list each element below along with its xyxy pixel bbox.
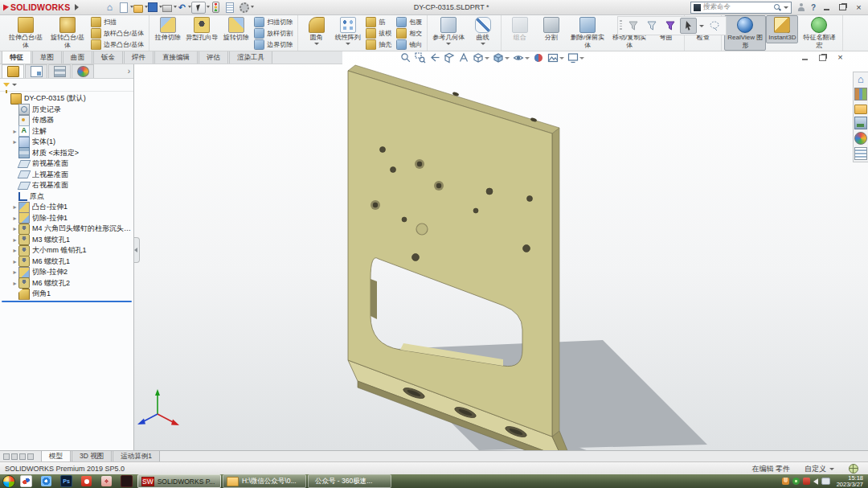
- dropdown-icon[interactable]: [314, 43, 319, 45]
- panel-tabs-expand-icon[interactable]: ›: [128, 67, 130, 76]
- save-icon[interactable]: [148, 2, 158, 12]
- tab-评估[interactable]: 评估: [199, 51, 228, 64]
- doc-tab-模型[interactable]: 模型: [41, 450, 71, 462]
- browser-window-taskbar-button[interactable]: 公众号 - 360极速...: [308, 474, 391, 488]
- pane-layout-icon[interactable]: [3, 453, 10, 460]
- ribbon-button-refgeo[interactable]: 参考几何体: [430, 15, 467, 47]
- expand-arrow-icon[interactable]: ▸: [11, 128, 18, 135]
- ribbon-button-boss[interactable]: 拉伸凸台/基体: [5, 15, 47, 51]
- tab-焊件[interactable]: 焊件: [124, 51, 154, 64]
- previous-view-icon[interactable]: [429, 52, 440, 64]
- display-style-icon[interactable]: [493, 52, 510, 64]
- tree-item[interactable]: ▸实体(1): [0, 137, 133, 148]
- ribbon-small-button[interactable]: 边界凸台/基体: [89, 39, 145, 50]
- ribbon-small-button[interactable]: 放样切割: [252, 27, 294, 39]
- tree-item[interactable]: ▸M6 螺纹孔1: [0, 256, 133, 268]
- ribbon-button-graycube[interactable]: 分割: [535, 15, 567, 43]
- dropdown-icon[interactable]: [481, 43, 485, 45]
- ribbon-small-button[interactable]: 镜向: [395, 39, 424, 50]
- ribbon-button-revolve[interactable]: 旋转凸台/基体: [47, 15, 88, 51]
- select-dropdown-icon[interactable]: [207, 6, 210, 8]
- window-minimize-button[interactable]: [821, 3, 832, 12]
- design-library-icon[interactable]: [854, 88, 867, 100]
- pane-layout-icon[interactable]: [27, 453, 34, 460]
- tree-item[interactable]: ▸M3 螺纹孔1: [0, 235, 133, 246]
- ribbon-button-holewiz[interactable]: 异型孔向导: [183, 15, 220, 43]
- tab-渲染工具[interactable]: 渲染工具: [229, 51, 272, 64]
- ribbon-button-curves[interactable]: 曲线: [467, 15, 498, 47]
- zoom-area-icon[interactable]: [415, 52, 426, 64]
- apply-scene-icon[interactable]: [547, 52, 564, 64]
- pane-layout-icon[interactable]: [19, 453, 26, 460]
- ribbon-button-realview[interactable]: RealView 图形: [724, 15, 766, 51]
- network-tray-icon[interactable]: [821, 478, 830, 485]
- panel-collapse-grip[interactable]: [133, 237, 140, 263]
- photoshop-app-button[interactable]: Ps: [57, 475, 76, 487]
- print-icon[interactable]: [162, 2, 172, 12]
- view-orientation-icon[interactable]: [473, 52, 489, 64]
- solidworks-window-taskbar-button[interactable]: SWSOLIDWORKS P...: [137, 474, 221, 488]
- fileprops-icon[interactable]: [225, 2, 235, 12]
- rollback-bar[interactable]: [2, 301, 132, 302]
- red-status-tray-icon[interactable]: [803, 478, 810, 485]
- open-icon[interactable]: [133, 2, 143, 12]
- tree-item[interactable]: ▸大小mm 锥销孔1: [0, 245, 133, 256]
- expand-arrow-icon[interactable]: ▸: [11, 247, 18, 254]
- lasso-select-icon[interactable]: [706, 18, 723, 34]
- dropdown-icon[interactable]: [346, 43, 350, 45]
- molecule-app-button[interactable]: [17, 475, 35, 487]
- solidworks-resources-icon[interactable]: ⌂: [855, 74, 866, 85]
- ribbon-button-pattern[interactable]: 线性阵列: [332, 15, 363, 47]
- ribbon-small-button[interactable]: 拔模: [364, 27, 393, 39]
- panel-tab-propertymanager[interactable]: [25, 64, 47, 78]
- tree-item[interactable]: 传感器: [0, 115, 133, 126]
- dark-red-app-button[interactable]: [117, 475, 136, 487]
- tree-item[interactable]: 原点: [0, 191, 133, 203]
- new-icon[interactable]: [119, 2, 129, 12]
- hide-show-items-icon[interactable]: [513, 52, 530, 64]
- tree-filter-row[interactable]: [0, 79, 133, 92]
- tab-草图[interactable]: 草图: [32, 51, 62, 64]
- undo-icon[interactable]: ↶: [177, 2, 186, 12]
- select-icon[interactable]: [191, 2, 206, 14]
- filter-funnel-icon[interactable]: [643, 18, 660, 34]
- appearances-icon[interactable]: [854, 132, 867, 145]
- tree-item[interactable]: DY-CP-0315 (默认): [0, 93, 133, 105]
- ribbon-small-button[interactable]: 抽壳: [364, 39, 393, 50]
- menu-flyout-icon[interactable]: [75, 4, 79, 10]
- options-dropdown-icon[interactable]: [251, 6, 254, 8]
- home-icon[interactable]: ⌂: [104, 2, 114, 12]
- ribbon-button-cut[interactable]: 拉伸切除: [152, 15, 183, 43]
- tree-item[interactable]: 历史记录: [0, 105, 133, 116]
- window-restore-button[interactable]: [837, 3, 848, 12]
- search-icon[interactable]: [774, 4, 781, 11]
- expand-arrow-icon[interactable]: ▸: [11, 236, 18, 244]
- tree-item[interactable]: ▸M4 六角凹头螺钉的柱形沉头孔1: [0, 223, 133, 235]
- dropdown-icon[interactable]: [579, 57, 584, 59]
- expand-arrow-icon[interactable]: ▸: [11, 280, 18, 287]
- search-dropdown-icon[interactable]: [784, 6, 788, 9]
- expand-arrow-icon[interactable]: ▸: [11, 258, 18, 265]
- window-close-button[interactable]: ×: [854, 3, 864, 12]
- dropdown-icon[interactable]: [699, 25, 704, 27]
- red-360-app-button[interactable]: [77, 475, 96, 487]
- ring-browser-app-button[interactable]: [37, 475, 55, 487]
- doc-tab-运动算例1[interactable]: 运动算例1: [113, 450, 160, 462]
- tab-直接编辑[interactable]: 直接编辑: [154, 51, 198, 64]
- expand-arrow-icon[interactable]: ▸: [11, 203, 18, 211]
- tree-item[interactable]: 右视基准面: [0, 180, 133, 191]
- ribbon-small-button[interactable]: 扫描: [89, 16, 145, 27]
- tab-钣金[interactable]: 钣金: [93, 51, 123, 64]
- ribbon-button-instant3d[interactable]: Instant3D: [766, 15, 798, 43]
- file-explorer-icon[interactable]: [854, 105, 867, 114]
- pink-app-button[interactable]: [97, 475, 116, 487]
- tree-item[interactable]: 前视基准面: [0, 158, 133, 170]
- dropdown-icon[interactable]: [485, 57, 489, 59]
- part-model[interactable]: [348, 65, 568, 450]
- pane-layout-icon[interactable]: [11, 453, 18, 460]
- options-icon[interactable]: [240, 2, 249, 12]
- login-user-icon[interactable]: [797, 3, 805, 11]
- dropdown-icon[interactable]: [505, 57, 510, 59]
- ribbon-small-button[interactable]: 边界切除: [252, 39, 294, 50]
- ribbon-small-button[interactable]: 筋: [364, 16, 393, 27]
